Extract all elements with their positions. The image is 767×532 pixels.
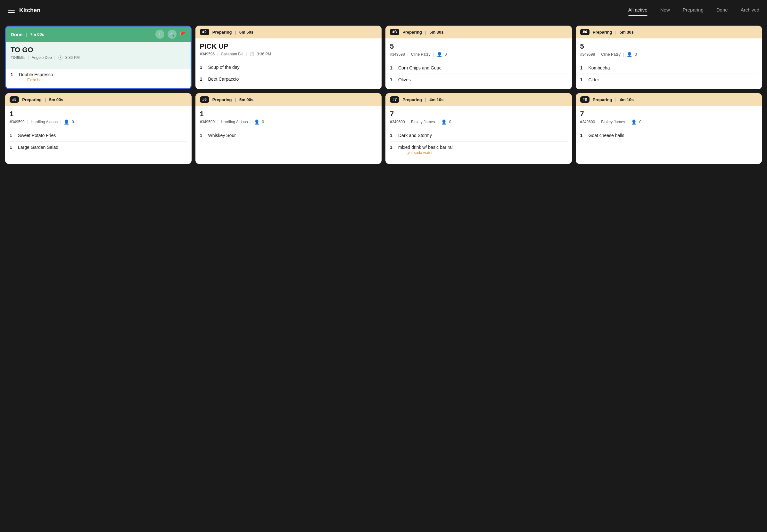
- list-item: 1 Olives: [390, 74, 567, 85]
- card-1-time: 7m 00s: [30, 32, 44, 37]
- hamburger-menu[interactable]: [8, 8, 15, 13]
- tab-preparing[interactable]: Preparing: [683, 7, 704, 14]
- guest-icon-7: 👤: [441, 119, 447, 125]
- order-card-7: #7 Preparing | 4m 10s 7 #349600 | Blakey…: [385, 93, 572, 164]
- card-7-customer: Blakey James: [411, 120, 435, 124]
- order-card-2: #2 Preparing | 6m 50s PICK UP #349596 | …: [196, 26, 382, 89]
- tab-all-active[interactable]: All active: [628, 7, 648, 14]
- order-card-5: #5 Preparing | 5m 00s 1 #349599 | Hardli…: [5, 93, 191, 164]
- card-2-header: #2 Preparing | 6m 50s: [196, 26, 382, 38]
- item-name: Kombucha: [589, 65, 610, 70]
- item-qty: 1: [390, 145, 394, 150]
- card-7-meta: #349600 | Blakey James | 👤 0: [390, 119, 567, 125]
- card-8-title: 7: [580, 110, 758, 118]
- card-3-status: Preparing: [402, 30, 422, 35]
- tab-new[interactable]: New: [660, 7, 670, 14]
- card-5-guest-count: 0: [72, 120, 74, 124]
- card-1-meta: #349595 | Angelo Dee | 🕐 3:36 PM: [11, 55, 186, 60]
- item-name: Beet Carpaccio: [208, 77, 239, 82]
- card-7-order-num: #349600: [390, 120, 405, 124]
- card-6-order-num: #349599: [200, 120, 215, 124]
- app-title: Kitchen: [19, 7, 40, 14]
- item-qty: 1: [200, 77, 205, 82]
- list-item: 1 Soup of the day: [200, 61, 377, 73]
- card-1-title: TO GO: [11, 46, 186, 54]
- card-1-customer: Angelo Dee: [32, 55, 52, 60]
- item-qty: 1: [11, 72, 15, 77]
- card-8-order-num: #349600: [580, 120, 595, 124]
- card-5-title: 1: [10, 110, 187, 118]
- card-4-status: Preparing: [593, 30, 612, 35]
- list-item: 1 Large Garden Salad: [10, 141, 187, 153]
- card-2-customer: Callaham Bill: [221, 52, 243, 56]
- card-4-meta: #349598 | Cline Patsy | 👤 0: [580, 52, 758, 57]
- tab-archived[interactable]: Archived: [741, 7, 759, 14]
- item-qty: 1: [390, 77, 394, 82]
- card-3-guest-count: 0: [445, 52, 447, 57]
- guest-icon-3: 👤: [437, 52, 442, 57]
- item-name: Sweet Potato Fries: [18, 133, 56, 138]
- card-2-status: Preparing: [213, 30, 232, 35]
- upload-icon[interactable]: ↑: [155, 30, 164, 39]
- card-1-icons: ↑ 🔍 🚩: [155, 30, 186, 39]
- card-6-body: 1 #349599 | Hardling Aldous | 👤 0 1 Whis…: [196, 106, 382, 164]
- tab-done[interactable]: Done: [716, 7, 728, 14]
- item-qty: 1: [10, 133, 14, 138]
- item-name: Cider: [589, 77, 599, 82]
- card-7-guest-count: 0: [449, 120, 451, 124]
- item-qty: 1: [580, 133, 585, 138]
- card-3-meta: #349598 | Cline Patsy | 👤 0: [390, 52, 567, 57]
- card-1-header: Done | 7m 00s ↑ 🔍 🚩: [6, 27, 190, 42]
- card-4-header: #4 Preparing | 5m 30s: [576, 26, 762, 38]
- main-content: Done | 7m 00s ↑ 🔍 🚩 TO GO #349595 | Ange…: [0, 20, 767, 169]
- item-qty: 1: [580, 65, 585, 70]
- card-8-header: #8 Preparing | 4m 10s: [576, 93, 762, 106]
- guest-icon-5: 👤: [64, 119, 69, 125]
- list-item: 1 Kombucha: [580, 62, 758, 74]
- item-name: Dark and Stormy: [398, 133, 432, 138]
- card-7-badge: #7: [390, 96, 399, 103]
- card-8-guest-count: 0: [639, 120, 642, 124]
- flag-icon[interactable]: 🚩: [180, 31, 186, 37]
- item-qty: 1: [10, 145, 14, 150]
- item-name: Double Espresso: [19, 72, 53, 77]
- card-8-body: 7 #349600 | Blakey James | 👤 0 1 Goat ch…: [576, 106, 762, 164]
- list-item: 1 Whiskey Sour: [200, 130, 377, 141]
- card-2-clock-time: 3:36 PM: [257, 52, 271, 56]
- card-4-order-num: #349598: [580, 52, 595, 57]
- list-item: 1 Cider: [580, 74, 758, 85]
- card-5-time: 5m 00s: [49, 97, 63, 102]
- card-8-time: 4m 10s: [620, 97, 634, 102]
- card-8-items: 1 Goat cheese balls: [580, 130, 758, 141]
- card-7-status: Preparing: [402, 97, 422, 102]
- list-item: 1 Sweet Potato Fries: [10, 130, 187, 141]
- card-3-customer: Cline Patsy: [411, 52, 431, 57]
- card-4-badge: #4: [580, 29, 590, 35]
- card-1-order-num: #349595: [11, 55, 26, 60]
- order-card-3: #3 Preparing | 5m 30s 5 #349598 | Cline …: [385, 26, 572, 89]
- search-icon[interactable]: 🔍: [167, 30, 176, 39]
- item-name: Soup of the day: [208, 65, 240, 70]
- guest-icon-8: 👤: [631, 119, 637, 125]
- card-6-meta: #349599 | Hardling Aldous | 👤 0: [200, 119, 377, 125]
- order-card-6: #6 Preparing | 5m 00s 1 #349599 | Hardli…: [196, 93, 382, 164]
- list-item: 1 Double Espresso Extra hot.: [11, 69, 186, 87]
- card-2-meta: #349596 | Callaham Bill | 🕐 3:36 PM: [200, 52, 377, 56]
- item-qty: 1: [200, 133, 205, 138]
- card-6-time: 5m 00s: [239, 97, 254, 102]
- card-7-time: 4m 10s: [429, 97, 443, 102]
- card-6-guest-count: 0: [262, 120, 264, 124]
- card-4-items: 1 Kombucha 1 Cider: [580, 62, 758, 85]
- item-name: Olives: [398, 77, 411, 82]
- card-5-status: Preparing: [22, 97, 42, 102]
- item-note: Extra hot.: [19, 77, 53, 84]
- item-qty: 1: [390, 65, 394, 70]
- topbar-left: Kitchen: [8, 7, 40, 14]
- card-5-badge: #5: [10, 96, 19, 103]
- card-1-status: Done: [11, 32, 23, 37]
- card-7-title: 7: [390, 110, 567, 118]
- card-3-order-num: #349598: [390, 52, 405, 57]
- list-item: 1 Dark and Stormy: [390, 130, 567, 141]
- card-8-badge: #8: [580, 96, 590, 103]
- item-name: Large Garden Salad: [18, 145, 58, 150]
